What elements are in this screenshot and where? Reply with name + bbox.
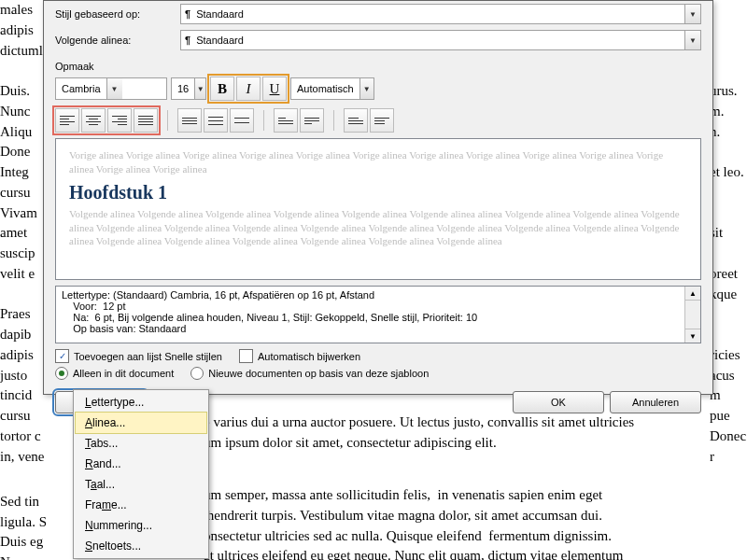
chevron-down-icon[interactable]: ▼: [106, 78, 122, 99]
menu-paragraph[interactable]: Alinea...: [76, 413, 206, 433]
pilcrow-icon: ¶: [185, 8, 190, 20]
menu-num-label: ummering...: [93, 519, 152, 532]
separator: [333, 110, 334, 131]
alignment-group: [55, 108, 158, 133]
doc-left-col: males adipis dictuml Duis. Nunc Aliqu Do…: [0, 0, 43, 467]
increase-indent-button[interactable]: [370, 108, 394, 133]
menu-short-label: neltoets...: [92, 539, 141, 553]
radio-icon: [55, 367, 68, 380]
font-color-value: Automatisch: [291, 83, 359, 94]
menu-frame[interactable]: Frame...: [76, 495, 206, 515]
underline-button[interactable]: U: [262, 77, 287, 101]
scroll-down-icon[interactable]: ▼: [685, 329, 700, 343]
separator: [167, 110, 168, 131]
style-description: Lettertype: (Standaard) Cambria, 16 pt, …: [55, 286, 701, 343]
doc-right-col: urus. m. n. et leo. sit oreet kque ricie…: [710, 0, 746, 467]
format-menu: Lettertype... Alinea... Tabs... Rand... …: [73, 389, 209, 559]
doc-mid2: Sed tin ligula. S Duis eg Nunc so: [0, 471, 47, 560]
radio-doc-label: Alleen in dit document: [73, 368, 174, 379]
chevron-down-icon[interactable]: ▼: [194, 78, 205, 99]
preview-next-text: Volgende alinea Volgende alinea Volgende…: [69, 207, 687, 249]
chevron-down-icon[interactable]: ▼: [684, 5, 700, 23]
checkbox-quick-label: Toevoegen aan lijst Snelle stijlen: [74, 351, 222, 362]
menu-frame-label: e...: [111, 498, 127, 511]
combo-style-based-value: Standaard: [196, 8, 244, 20]
font-name-select[interactable]: Cambria ▼: [55, 77, 167, 100]
line-spacing-15[interactable]: [204, 108, 228, 133]
style-preview: Vorige alinea Vorige alinea Vorige aline…: [55, 138, 701, 280]
radio-this-doc[interactable]: Alleen in dit document: [55, 367, 174, 380]
label-style-based: Stijl gebaseerd op:: [55, 8, 175, 20]
scrollbar[interactable]: ▲ ▼: [684, 287, 700, 343]
text-style-group: B I U: [210, 77, 287, 101]
line-spacing-group: [177, 108, 254, 133]
line-spacing-2[interactable]: [230, 108, 254, 133]
radio-tmpl-label: Nieuwe documenten op basis van deze sjab…: [208, 368, 429, 379]
section-format: Opmaak: [44, 53, 712, 74]
desc-line: Voor: 12 pt: [62, 301, 695, 312]
indent-group: [344, 108, 394, 133]
menu-tabs-label: abs...: [91, 437, 118, 450]
cancel-button[interactable]: Annuleren: [610, 391, 701, 413]
combo-next-para[interactable]: ¶ Standaard ▼: [180, 30, 701, 50]
decrease-indent-button[interactable]: [344, 108, 368, 133]
pilcrow-icon: ¶: [185, 35, 190, 46]
font-size-value: 16: [172, 83, 194, 94]
radio-template[interactable]: Nieuwe documenten op basis van deze sjab…: [190, 367, 429, 380]
font-name-value: Cambria: [56, 83, 106, 94]
menu-shortcut[interactable]: Sneltoets...: [76, 536, 206, 556]
separator: [263, 110, 264, 131]
menu-para-label: linea...: [92, 416, 125, 429]
ok-button[interactable]: OK: [513, 391, 604, 413]
checkbox-icon: [239, 349, 253, 363]
menu-numbering[interactable]: Nummering...: [76, 515, 206, 536]
chevron-down-icon[interactable]: ▼: [359, 78, 374, 99]
desc-line: Op basis van: Standaard: [62, 323, 695, 334]
checkbox-auto-label: Automatisch bijwerken: [258, 351, 360, 362]
row-next-para: Volgende alinea: ¶ Standaard ▼: [44, 27, 712, 53]
font-size-select[interactable]: 16 ▼: [171, 77, 206, 100]
row-style-based: Stijl gebaseerd op: ¶ Standaard ▼: [44, 1, 712, 27]
style-dialog: Stijl gebaseerd op: ¶ Standaard ▼ Volgen…: [43, 0, 713, 395]
checkbox-row: ✓ Toevoegen aan lijst Snelle stijlen Aut…: [44, 343, 712, 365]
checkbox-auto-update[interactable]: Automatisch bijwerken: [239, 349, 360, 363]
radio-row: Alleen in dit document Nieuwe documenten…: [44, 365, 712, 387]
radio-icon: [190, 367, 204, 380]
align-right-button[interactable]: [107, 108, 132, 133]
menu-tabs[interactable]: Tabs...: [76, 433, 206, 454]
align-justify-button[interactable]: [134, 108, 158, 133]
menu-border[interactable]: Rand...: [76, 454, 206, 474]
menu-font[interactable]: Lettertype...: [76, 392, 206, 413]
para-spacing-group: [274, 108, 324, 133]
format-toolbar: Cambria ▼ 16 ▼ B I U Automatisch ▼: [44, 74, 712, 104]
chevron-down-icon[interactable]: ▼: [684, 31, 700, 49]
bold-button[interactable]: B: [210, 77, 234, 101]
checkbox-quick-styles[interactable]: ✓ Toevoegen aan lijst Snelle stijlen: [55, 349, 222, 363]
scroll-up-icon[interactable]: ▲: [685, 287, 700, 301]
align-center-button[interactable]: [81, 108, 106, 133]
preview-title: Hoofdstuk 1: [69, 182, 687, 203]
menu-font-label: ettertype...: [92, 396, 145, 409]
doc-col2: um semper, massa ante sollicitudin felis…: [204, 485, 623, 560]
label-next-para: Volgende alinea:: [55, 35, 175, 46]
para-space-after[interactable]: [300, 108, 324, 133]
line-spacing-1[interactable]: [177, 108, 202, 133]
desc-line: Na: 6 pt, Bij volgende alinea houden, Ni…: [62, 312, 695, 323]
italic-button[interactable]: I: [236, 77, 261, 101]
combo-next-para-value: Standaard: [196, 35, 244, 46]
font-color-select[interactable]: Automatisch ▼: [290, 77, 374, 100]
menu-language[interactable]: Taal...: [76, 474, 206, 495]
para-space-before[interactable]: [274, 108, 298, 133]
combo-style-based[interactable]: ¶ Standaard ▼: [180, 4, 701, 24]
align-left-button[interactable]: [55, 108, 79, 133]
preview-prev-text: Vorige alinea Vorige alinea Vorige aline…: [69, 148, 687, 176]
menu-border-label: and...: [93, 457, 121, 470]
desc-line: Lettertype: (Standaard) Cambria, 16 pt, …: [62, 289, 695, 301]
paragraph-toolbar: [44, 104, 712, 138]
checkbox-icon: ✓: [55, 349, 69, 363]
menu-lang-label: al...: [97, 478, 115, 491]
